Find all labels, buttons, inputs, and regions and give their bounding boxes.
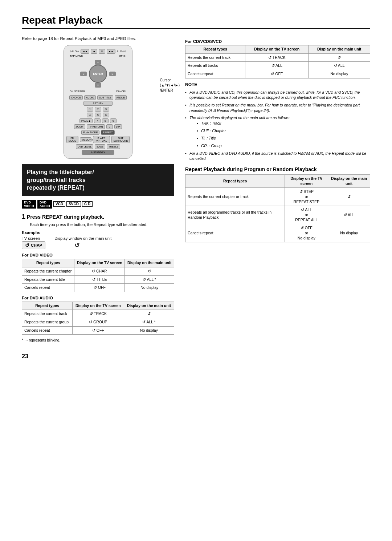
- rr-col2: Display on the TV screen: [285, 175, 328, 188]
- note-list: For a DVD AUDIO and CD, this operation c…: [185, 90, 370, 162]
- table-row: Repeats the current chapter ↺ CHAP. ↺: [22, 267, 174, 275]
- chap-text: CHAP: [31, 243, 42, 247]
- cell: ↺ GROUP: [72, 318, 124, 327]
- cell: ↺ TITLE: [74, 275, 125, 284]
- cell: ↺ OFF: [245, 70, 309, 78]
- cell: Cancels repeat: [22, 284, 74, 292]
- note-section: NOTE For a DVD AUDIO and CD, this operat…: [185, 82, 370, 162]
- cell: ↺: [328, 188, 370, 206]
- left-column: Refer to page 18 for Repeat Playback of …: [22, 36, 174, 342]
- abbrev-gr: GR. : Group: [197, 143, 370, 149]
- table-row: Repeats all programmed tracks or all the…: [185, 206, 370, 224]
- dvd-audio-col3: Display on the main unit: [124, 302, 174, 310]
- cd-col2: Display on the TV screen: [245, 45, 309, 54]
- cell: ↺: [309, 53, 370, 62]
- intro-text: Refer to page 18 for Repeat Playback of …: [22, 36, 174, 41]
- cell: ↺ STEP or REPEAT STEP: [285, 188, 328, 206]
- table-row: Repeats all tracks ↺ ALL ↺ ALL: [185, 62, 370, 70]
- cell: No display: [328, 224, 370, 242]
- cell: ↺ ALL *: [124, 318, 174, 327]
- cell: ↺ ALL: [328, 206, 370, 224]
- cd-col3: Display on the main unit: [309, 45, 370, 54]
- dvd-audio-title: For DVD AUDIO: [22, 296, 174, 300]
- step-number: 1: [22, 213, 25, 221]
- abbrev-trk: TRK : Track: [197, 121, 370, 126]
- badge-dvd-audio: DVDAUDIO: [37, 200, 52, 209]
- dvd-audio-col1: Repeat types: [22, 302, 73, 310]
- dvd-audio-table: Repeat types Display on the TV screen Di…: [22, 302, 174, 335]
- table-row: Repeats the current chapter or track ↺ S…: [185, 188, 370, 206]
- abbrev-chp: CHP : Chapter: [197, 128, 370, 134]
- dvd-video-title: For DVD VIDEO: [22, 253, 174, 257]
- note-item-3: The abbreviations displayed on the main …: [185, 115, 370, 148]
- page-title: Repeat Playback: [22, 15, 370, 29]
- table-row: Repeats the current track ↺ TRACK ↺: [185, 53, 370, 62]
- dark-section: Playing the title/chapter/ group/track/a…: [22, 164, 174, 196]
- cell: Cancels repeat: [185, 224, 285, 242]
- note-item-4: For a DVD VIDEO and DVD AUDIO, if the so…: [185, 151, 370, 161]
- display-label: Display window on the main unit: [54, 236, 111, 241]
- cursor-label: Cursor (▲/▼/◄/►) /ENTER: [160, 78, 180, 92]
- repeat-random-heading: Repeat Playback during Program or Random…: [185, 166, 370, 172]
- remote-illustration: ⊙SLOW ◄◄ ■ II ►► SLOW⊙ TOP MENU MENU: [64, 45, 132, 159]
- main-unit-symbol: ↺: [74, 241, 80, 249]
- table-row: Repeats the current track ↺ TRACK ↺: [22, 310, 174, 318]
- step1-label: Press REPEAT during playback.: [27, 214, 104, 220]
- example-label: Example:: [22, 230, 174, 235]
- cell: Repeats the current group: [22, 318, 73, 327]
- cell: ↺ CHAP.: [74, 267, 125, 275]
- dark-section-text: Playing the title/chapter/ group/track/a…: [27, 168, 169, 192]
- note-item-2: It is possible to set Repeat on the menu…: [185, 102, 370, 113]
- cell: ↺ OFF: [72, 326, 124, 335]
- cell: Repeats the current title: [22, 275, 74, 284]
- cell: ↺ ALL: [245, 62, 309, 70]
- table-row: Cancels repeat ↺ OFF or No display No di…: [185, 224, 370, 242]
- cell: ↺ ALL: [309, 62, 370, 70]
- footnote: * ⋯ represents blinking.: [22, 338, 174, 342]
- dvd-audio-col2: Display on the TV screen: [72, 302, 124, 310]
- chap-badge: ↺ CHAP: [22, 241, 45, 249]
- cell: Cancels repeat: [22, 326, 73, 335]
- cell: ↺: [125, 267, 174, 275]
- cell: ↺ OFF: [74, 284, 125, 292]
- tv-screen-label: TV screen: [22, 236, 40, 241]
- cd-vcd-svcd-title: For CD/VCD/SVCD: [185, 39, 370, 44]
- dvd-video-col3: Display on the main unit: [125, 259, 174, 267]
- badge-cd: C D: [82, 201, 93, 207]
- badge-dvd-video: DVDVIDEO: [22, 200, 36, 209]
- cell: ↺ OFF or No display: [285, 224, 328, 242]
- table-row: Repeats the current title ↺ TITLE ↺ ALL …: [22, 275, 174, 284]
- cell: Cancels repeat: [185, 70, 245, 78]
- cell: Repeats the current chapter or track: [185, 188, 285, 206]
- table-row: Cancels repeat ↺ OFF No display: [185, 70, 370, 78]
- cell: ↺: [124, 310, 174, 318]
- cell: ↺ TRACK: [245, 53, 309, 62]
- cell: Repeats the current track: [22, 310, 73, 318]
- cell: ↺ ALL or REPEAT ALL: [285, 206, 328, 224]
- table-row: Repeats the current group ↺ GROUP ↺ ALL …: [22, 318, 174, 327]
- rr-col1: Repeat types: [185, 175, 285, 188]
- cell: No display: [309, 70, 370, 78]
- cell: Repeats all programmed tracks or all the…: [185, 206, 285, 224]
- repeat-arrow-chap: ↺: [25, 242, 29, 248]
- right-column: For CD/VCD/SVCD Repeat types Display on …: [185, 36, 370, 342]
- dvd-video-col2: Display on the TV screen: [74, 259, 125, 267]
- cell: No display: [124, 326, 174, 335]
- cell: ↺ ALL *: [125, 275, 174, 284]
- page-number: 23: [22, 353, 370, 360]
- cell: No display: [125, 284, 174, 292]
- badge-svcd: SVCD: [66, 201, 81, 207]
- example-row: TV screen Display window on the main uni…: [22, 236, 174, 241]
- cell: Repeats the current chapter: [22, 267, 74, 275]
- step1-desc: Each time you press the button, the Repe…: [30, 222, 174, 227]
- cell: Repeats all tracks: [185, 62, 245, 70]
- note-item-1: For a DVD AUDIO and CD, this operation c…: [185, 90, 370, 100]
- example-chap-row: ↺ CHAP ↺: [22, 241, 174, 249]
- abbrev-ti: TI. : Title: [197, 136, 370, 141]
- format-badges: DVDVIDEO DVDAUDIO VCD SVCD C D: [22, 200, 174, 209]
- repeat-random-table: Repeat types Display on the TV screen Di…: [185, 174, 370, 242]
- note-title: NOTE: [185, 82, 197, 88]
- abbrev-list: TRK : Track CHP : Chapter TI. : Title GR…: [197, 121, 370, 149]
- cd-col1: Repeat types: [185, 45, 245, 54]
- table-row: Cancels repeat ↺ OFF No display: [22, 326, 174, 335]
